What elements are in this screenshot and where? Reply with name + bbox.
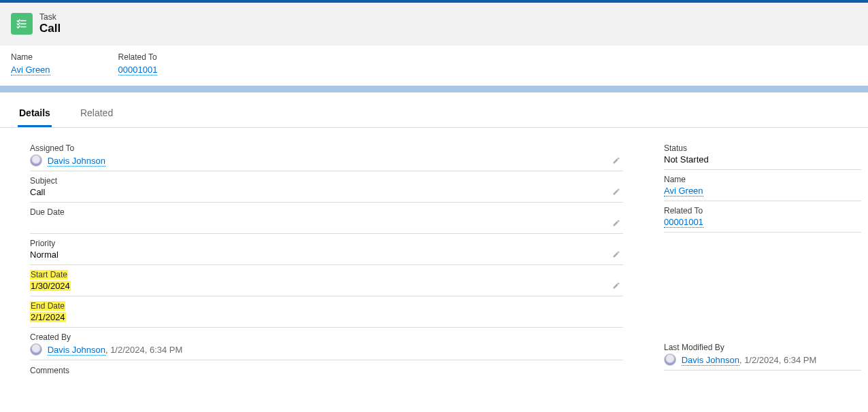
spacer	[664, 234, 861, 339]
label-last-modified: Last Modified By	[664, 343, 724, 352]
field-start-date: Start Date 1/30/2024	[30, 267, 623, 296]
field-assigned-to: Assigned To Davis Johnson	[30, 140, 623, 171]
value-assigned-to: Davis Johnson	[30, 154, 623, 167]
summary-name-label: Name	[11, 52, 50, 62]
tab-details[interactable]: Details	[18, 98, 52, 127]
col-right: Status Not Started Name Avi Green Relate…	[664, 140, 861, 402]
summary-related: Related To 00001001	[118, 52, 158, 75]
field-due-date: Due Date	[30, 204, 623, 234]
label-side-name: Name	[664, 175, 686, 184]
main-wrap: Details Related Assigned To Davis Johnso…	[0, 98, 868, 412]
label-status: Status	[664, 143, 687, 153]
label-subject: Subject	[30, 176, 57, 186]
value-start-date: 1/30/2024	[30, 281, 71, 291]
pencil-icon	[612, 156, 620, 165]
label-due-date: Due Date	[30, 207, 65, 217]
task-icon	[11, 13, 33, 35]
value-end-date: 2/1/2024	[30, 312, 66, 322]
value-due-date	[30, 218, 623, 229]
pencil-icon	[612, 188, 620, 196]
summary-related-link[interactable]: 00001001	[118, 65, 158, 75]
value-subject: Call	[30, 187, 623, 198]
summary-name-link[interactable]: Avi Green	[11, 65, 50, 75]
field-side-name: Name Avi Green	[664, 171, 861, 201]
task-checklist-icon	[16, 18, 28, 30]
edit-icon[interactable]	[612, 250, 620, 260]
last-modified-ts: , 1/2/2024, 6:34 PM	[739, 355, 816, 365]
value-status: Not Started	[664, 154, 861, 165]
summary-name: Name Avi Green	[11, 52, 50, 75]
header-entity: Task	[39, 12, 61, 22]
label-comments: Comments	[30, 362, 623, 402]
created-by-link[interactable]: Davis Johnson	[48, 345, 105, 356]
pencil-icon	[612, 281, 620, 290]
summary-related-label: Related To	[118, 52, 158, 62]
tab-related[interactable]: Related	[79, 98, 114, 127]
value-priority: Normal	[30, 250, 623, 260]
label-assigned-to: Assigned To	[30, 143, 74, 153]
avatar-icon	[30, 154, 42, 167]
label-created-by: Created By	[30, 332, 71, 342]
edit-icon[interactable]	[612, 219, 620, 229]
side-related-link[interactable]: 00001001	[664, 217, 703, 228]
side-name-link[interactable]: Avi Green	[664, 186, 703, 196]
field-last-modified: Last Modified By Davis Johnson, 1/2/2024…	[664, 339, 861, 371]
avatar-icon	[30, 343, 42, 356]
avatar-icon	[664, 354, 676, 366]
field-side-related: Related To 00001001	[664, 203, 861, 233]
header-text: Task Call	[39, 12, 61, 36]
last-modified-link[interactable]: Davis Johnson	[682, 355, 739, 366]
divider-band-top	[0, 86, 868, 92]
value-last-modified: Davis Johnson, 1/2/2024, 6:34 PM	[664, 354, 861, 366]
edit-icon[interactable]	[612, 156, 620, 167]
tabs: Details Related	[0, 98, 868, 128]
label-side-related: Related To	[664, 206, 703, 216]
edit-icon[interactable]	[612, 281, 620, 292]
label-start-date: Start Date	[30, 270, 68, 279]
field-end-date: End Date 2/1/2024	[30, 298, 623, 328]
record-header: Task Call	[0, 3, 868, 46]
col-left: Assigned To Davis Johnson Subject Call D…	[30, 140, 623, 402]
edit-icon[interactable]	[612, 188, 620, 198]
header-title: Call	[39, 22, 61, 35]
label-priority: Priority	[30, 239, 55, 248]
field-subject: Subject Call	[30, 173, 623, 203]
detail-area: Assigned To Davis Johnson Subject Call D…	[0, 128, 868, 412]
pencil-icon	[612, 250, 620, 258]
summary-fields: Name Avi Green Related To 00001001	[0, 46, 868, 86]
label-end-date: End Date	[30, 301, 65, 311]
field-created-by: Created By Davis Johnson, 1/2/2024, 6:34…	[30, 329, 623, 360]
created-by-ts: , 1/2/2024, 6:34 PM	[105, 345, 182, 355]
value-created-by: Davis Johnson, 1/2/2024, 6:34 PM	[30, 343, 623, 356]
assigned-to-link[interactable]: Davis Johnson	[48, 156, 105, 167]
field-status: Status Not Started	[664, 140, 861, 170]
pencil-icon	[612, 219, 620, 227]
field-priority: Priority Normal	[30, 235, 623, 265]
